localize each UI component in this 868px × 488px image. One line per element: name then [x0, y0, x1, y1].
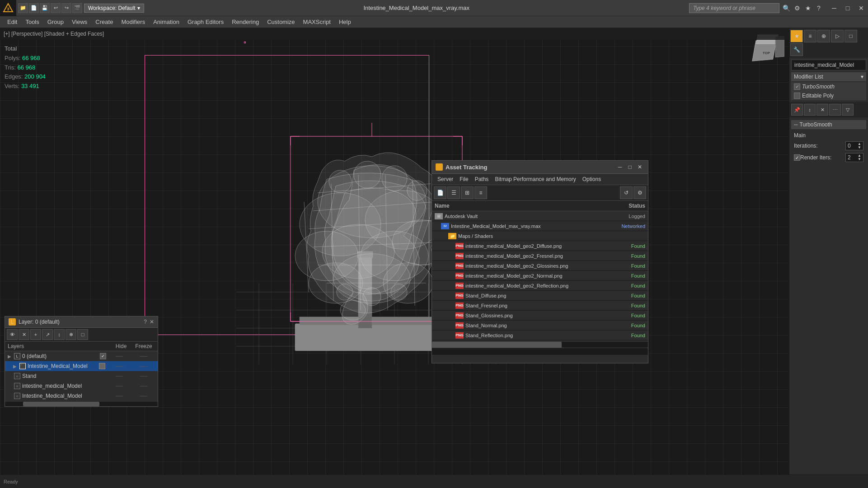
render-iters-spinner[interactable]: ▲ ▼: [858, 154, 861, 161]
menu-customize[interactable]: Customize: [263, 17, 298, 27]
menu-help[interactable]: Help: [335, 17, 355, 27]
bookmark-icon[interactable]: ★: [803, 3, 813, 13]
asset-tool-settings[interactable]: ⚙: [633, 186, 646, 199]
asset-row-reflection[interactable]: PNG intestine_medical_Model_geo2_Reflect…: [432, 281, 648, 291]
layer-item-stand[interactable]: ○ Stand ── ──: [5, 371, 158, 381]
asset-menu-paths[interactable]: Paths: [472, 175, 492, 183]
asset-menu-file[interactable]: File: [457, 175, 471, 183]
menu-maxscript[interactable]: MAXScript: [300, 17, 334, 27]
close-button[interactable]: ✕: [854, 0, 868, 16]
save-icon[interactable]: 💾: [40, 3, 50, 13]
layer-tool-hide[interactable]: □: [77, 329, 88, 340]
settings-icon[interactable]: ⚙: [792, 3, 802, 13]
asset-tool-new[interactable]: 📄: [434, 186, 446, 199]
layer-tool-select[interactable]: ↗: [42, 329, 53, 340]
panel-icon-utilities[interactable]: 🔧: [790, 43, 803, 56]
layer-panel-help[interactable]: ?: [144, 319, 147, 325]
asset-row-maxfile[interactable]: M Intestine_Medical_Model_max_vray.max N…: [432, 221, 648, 231]
modifier-editablepoly[interactable]: Editable Poly: [791, 91, 866, 100]
asset-row-normal[interactable]: PNG intestine_medical_Model_geo2_Normal.…: [432, 271, 648, 281]
panel-icon-modify[interactable]: ≡: [804, 30, 816, 42]
redo-icon[interactable]: ↪: [61, 3, 71, 13]
layer-panel-close[interactable]: ✕: [150, 319, 154, 325]
asset-row-diffuse[interactable]: PNG intestine_medical_Model_geo2_Diffuse…: [432, 241, 648, 251]
modifier-collapse-icon[interactable]: ▽: [842, 104, 854, 116]
turbosmooth-checkbox[interactable]: ✓: [794, 84, 800, 90]
menu-create[interactable]: Create: [92, 17, 117, 27]
open-icon[interactable]: 📁: [18, 3, 28, 13]
layer-item-intestine-sub2[interactable]: ○ Intestine_Medical_Model ── ──: [5, 391, 158, 401]
asset-menu-bitmap[interactable]: Bitmap Performance and Memory: [492, 175, 578, 183]
layer-tool-visible[interactable]: 👁: [7, 329, 18, 340]
maximize-button[interactable]: □: [841, 0, 854, 16]
asset-scrollbar[interactable]: [432, 341, 648, 348]
minimize-button[interactable]: ─: [827, 0, 841, 16]
panel-icon-motion[interactable]: ▷: [831, 30, 844, 42]
panel-icon-display[interactable]: □: [845, 30, 857, 42]
asset-minimize-btn[interactable]: ─: [615, 163, 624, 172]
asset-name-normal: intestine_medical_Model_geo2_Normal.png: [465, 273, 600, 279]
layer-tool-freeze[interactable]: ❄: [66, 329, 76, 340]
editpoly-checkbox[interactable]: [794, 93, 800, 99]
spin-down2[interactable]: ▼: [858, 158, 861, 161]
asset-row-stand-diffuse[interactable]: PNG Stand_Diffuse.png Found: [432, 291, 648, 301]
modifier-pin-icon[interactable]: 📌: [791, 104, 803, 116]
asset-row-stand-normal[interactable]: PNG Stand_Normal.png Found: [432, 321, 648, 330]
asset-row-vault[interactable]: 🏛 Autodesk Vault Logged: [432, 211, 648, 221]
modifier-delete-icon[interactable]: ✕: [816, 104, 828, 116]
menu-animation[interactable]: Animation: [150, 17, 183, 27]
asset-row-stand-glossines[interactable]: PNG Stand_Glossines.png Found: [432, 311, 648, 321]
asset-row-glossines[interactable]: PNG intestine_medical_Model_geo2_Glossin…: [432, 261, 648, 271]
panel-icon-hierarchy[interactable]: ⊕: [817, 30, 830, 42]
render-iters-checkbox[interactable]: [794, 154, 800, 161]
layer-tool-add[interactable]: +: [30, 329, 41, 340]
viewport[interactable]: [+] [Perspective] [Shaded + Edged Faces]…: [0, 28, 789, 488]
iterations-input[interactable]: 0 ▲ ▼: [845, 141, 863, 150]
asset-menu-options[interactable]: Options: [580, 175, 604, 183]
asset-menu-server[interactable]: Server: [435, 175, 456, 183]
menu-rendering[interactable]: Rendering: [228, 17, 263, 27]
asset-tool-list[interactable]: ☰: [447, 186, 460, 199]
edges-value: 200 904: [24, 73, 46, 80]
layer-tool-delete[interactable]: ✕: [19, 329, 29, 340]
menu-modifiers[interactable]: Modifiers: [117, 17, 149, 27]
layer-visibility-intestine[interactable]: [99, 363, 105, 369]
asset-table-body[interactable]: 🏛 Autodesk Vault Logged M Intestine_Medi…: [432, 211, 648, 341]
asset-row-maps[interactable]: 📁 Maps / Shaders: [432, 231, 648, 241]
col-status-header: Status: [600, 203, 645, 209]
asset-tool-refresh[interactable]: ↺: [620, 186, 633, 199]
menu-group[interactable]: Group: [44, 17, 67, 27]
workspace-selector[interactable]: Workspace: Default ▾: [84, 4, 144, 13]
panel-icon-light[interactable]: ★: [790, 30, 803, 42]
layer-item-intestine[interactable]: ▶ ⬛ Intestine_Medical_Model ── ──: [5, 361, 158, 371]
menu-graph-editors[interactable]: Graph Editors: [184, 17, 227, 27]
spin-down[interactable]: ▼: [858, 146, 861, 149]
asset-row-stand-reflection[interactable]: PNG Stand_Reflection.png Found: [432, 330, 648, 340]
modifier-list-header[interactable]: Modifier List ▾: [791, 72, 866, 81]
layer-item-default[interactable]: ▶ L 0 (default) ✓ ── ──: [5, 351, 158, 361]
asset-tool-grid[interactable]: ⊞: [461, 186, 474, 199]
menu-edit[interactable]: Edit: [4, 17, 21, 27]
asset-close-btn[interactable]: ✕: [635, 163, 644, 172]
modifier-move-icon[interactable]: ↕: [804, 104, 816, 116]
modifier-turbosmooth[interactable]: ✓ TurboSmooth: [791, 82, 866, 91]
layer-scrollbar[interactable]: [5, 402, 158, 406]
menu-views[interactable]: Views: [68, 17, 91, 27]
layer-tool-move[interactable]: ↕: [54, 329, 65, 340]
asset-row-fresnel[interactable]: PNG intestine_medical_Model_geo2_Fresnel…: [432, 251, 648, 261]
new-icon[interactable]: 📄: [29, 3, 39, 13]
turbosmooth-header[interactable]: ─ TurboSmooth: [791, 120, 866, 129]
search-icon[interactable]: 🔍: [781, 3, 791, 13]
render-iters-input[interactable]: 2 ▲ ▼: [845, 153, 863, 162]
modifier-options-icon[interactable]: ⋯: [829, 104, 841, 116]
iterations-spinner[interactable]: ▲ ▼: [858, 142, 861, 149]
asset-row-stand-fresnel[interactable]: PNG Stand_Fresnel.png Found: [432, 301, 648, 311]
help-icon[interactable]: ?: [814, 3, 824, 13]
undo-icon[interactable]: ↩: [51, 3, 61, 13]
menu-tools[interactable]: Tools: [22, 17, 42, 27]
layer-item-intestine-sub[interactable]: ○ intestine_medical_Model ── ──: [5, 381, 158, 391]
asset-maximize-btn[interactable]: □: [625, 163, 634, 172]
render-icon[interactable]: 🎬: [72, 3, 82, 13]
search-box[interactable]: Type 4 keyword or phrase: [689, 3, 779, 13]
asset-tool-detail[interactable]: ≡: [474, 186, 487, 199]
